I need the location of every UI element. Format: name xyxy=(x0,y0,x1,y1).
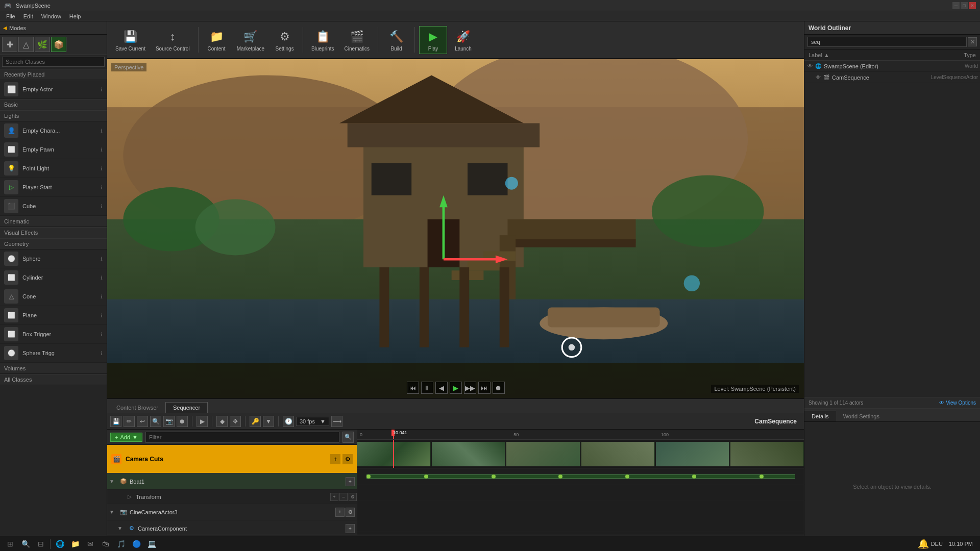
build-button[interactable]: 🔨 Build xyxy=(382,27,410,54)
seq-save-btn[interactable]: 💾 xyxy=(110,416,121,427)
outliner-item-swampscene[interactable]: 👁 🌐 SwampScene (Editor) World xyxy=(804,61,980,72)
camera-cuts-settings-btn[interactable]: ⚙ xyxy=(342,454,353,464)
outliner-view-options[interactable]: 👁 View Options xyxy=(939,400,976,406)
place-item-cylinder[interactable]: ⬜ Cylinder ℹ xyxy=(0,268,107,287)
camsequence-visibility-icon[interactable]: 👁 xyxy=(815,74,822,81)
track-camera-cuts[interactable]: 🎬 Camera Cuts + ⚙ xyxy=(107,445,357,473)
point-light-info[interactable]: ℹ xyxy=(101,166,103,171)
taskbar-edge-icon[interactable]: 🌐 xyxy=(53,537,67,550)
taskbar-mail-icon[interactable]: ✉ xyxy=(83,537,97,550)
kf-dot-boat1-1[interactable] xyxy=(366,474,371,479)
foliage-mode-btn[interactable]: 🌿 xyxy=(35,37,50,52)
seq-options-btn[interactable]: ⟿ xyxy=(331,416,342,427)
vp-ctrl-step-back[interactable]: ◀ xyxy=(435,382,448,394)
taskbar-explorer-icon[interactable]: 📁 xyxy=(68,537,82,550)
kf-dot-boat1-5[interactable] xyxy=(625,474,629,479)
empty-actor-info[interactable]: ℹ xyxy=(101,87,103,92)
place-item-box-trigger[interactable]: ⬜ Box Trigger ℹ xyxy=(0,325,107,344)
seq-clock-btn[interactable]: 🕐 xyxy=(283,416,294,427)
play-button[interactable]: ▶ Play xyxy=(419,26,447,54)
place-item-empty-chara[interactable]: 👤 Empty Chara... ℹ xyxy=(0,121,107,140)
tab-content-browser[interactable]: Content Browser xyxy=(109,402,165,413)
seq-filter-search-btn[interactable]: 🔍 xyxy=(342,432,354,443)
place-item-cone[interactable]: △ Cone ℹ xyxy=(0,287,107,306)
place-item-sphere[interactable]: ⚪ Sphere ℹ xyxy=(0,249,107,268)
source-control-button[interactable]: ↕ Source Control xyxy=(152,27,194,54)
seq-keyframe-btn[interactable]: 🔑 xyxy=(250,416,261,427)
vp-ctrl-skip-end[interactable]: ⏭ xyxy=(478,382,491,394)
seq-undo-btn[interactable]: ↩ xyxy=(137,416,148,427)
taskbar-task-view-btn[interactable]: ⊟ xyxy=(34,537,48,550)
seq-add-button[interactable]: + Add ▼ xyxy=(110,433,142,442)
box-trigger-info[interactable]: ℹ xyxy=(101,332,103,337)
details-tab-details[interactable]: Details xyxy=(804,411,836,421)
maximize-button[interactable]: □ xyxy=(961,2,968,9)
marketplace-button[interactable]: 🛒 Marketplace xyxy=(233,27,268,54)
details-tab-world-settings[interactable]: World Settings xyxy=(836,411,887,421)
camcomp-add-btn[interactable]: + xyxy=(346,524,355,533)
cube-info[interactable]: ℹ xyxy=(101,204,103,209)
minimize-button[interactable]: ─ xyxy=(952,2,960,9)
taskbar-notification-icon[interactable]: 🔔 xyxy=(918,538,929,549)
menu-file[interactable]: File xyxy=(2,12,19,20)
blueprints-button[interactable]: 📋 Blueprints xyxy=(307,27,338,54)
vp-ctrl-record[interactable]: ⏺ xyxy=(493,382,505,394)
seq-filter-input[interactable] xyxy=(145,432,339,443)
boat1-transform-btn1[interactable]: + xyxy=(330,493,338,501)
seq-fps-display[interactable]: 30 fps ▼ xyxy=(296,417,329,426)
save-current-button[interactable]: 💾 Save Current xyxy=(111,27,150,54)
taskbar-store-icon[interactable]: 🛍 xyxy=(99,537,113,550)
sphere-info[interactable]: ℹ xyxy=(101,256,103,262)
camcomp-expand-icon[interactable]: ▼ xyxy=(117,525,126,531)
seq-transform-btn[interactable]: ✥ xyxy=(230,416,241,427)
menu-edit[interactable]: Edit xyxy=(19,12,37,20)
boat1-transform-btn2[interactable]: – xyxy=(339,493,348,501)
cylinder-info[interactable]: ℹ xyxy=(101,275,103,281)
sphere-trigg-info[interactable]: ℹ xyxy=(101,350,103,356)
search-classes-input[interactable] xyxy=(2,57,105,67)
track-boat1[interactable]: ▼ 📦 Boat1 + xyxy=(107,473,357,490)
track-cinecamera3[interactable]: ▼ 📷 CineCameraActor3 + ⚙ xyxy=(107,504,357,520)
place-item-cube[interactable]: ⬛ Cube ℹ xyxy=(0,197,107,216)
seq-search-btn[interactable]: 🔍 xyxy=(150,416,161,427)
place-item-sphere-trigg[interactable]: ⚪ Sphere Trigg ℹ xyxy=(0,344,107,363)
launch-button[interactable]: 🚀 Launch xyxy=(449,27,477,54)
track-boat1-transform[interactable]: ▷ Transform + – ⚙ xyxy=(107,490,357,504)
place-item-empty-pawn[interactable]: ⬜ Empty Pawn ℹ xyxy=(0,140,107,159)
outliner-item-camsequence[interactable]: 👁 🎬 CamSequence LevelSequenceActor xyxy=(804,72,980,83)
track-cameracomponent[interactable]: ▼ ⚙ CameraComponent + xyxy=(107,520,357,535)
vp-ctrl-step-fwd[interactable]: ▶▶ xyxy=(464,382,476,394)
taskbar-code-icon[interactable]: 💻 xyxy=(144,537,159,550)
vp-ctrl-skip-start[interactable]: ⏮ xyxy=(407,382,419,394)
seq-find-btn[interactable]: ✏ xyxy=(124,416,135,427)
seq-snap-btn[interactable]: ◆ xyxy=(216,416,228,427)
place-item-empty-actor[interactable]: ⬜ Empty Actor ℹ xyxy=(0,80,107,99)
outliner-col-label[interactable]: Label ▲ xyxy=(804,52,960,58)
content-button[interactable]: 📁 Content xyxy=(203,27,231,54)
outliner-search-input[interactable] xyxy=(807,37,967,47)
player-start-info[interactable]: ℹ xyxy=(101,185,103,190)
empty-pawn-info[interactable]: ℹ xyxy=(101,147,103,153)
kf-dot-boat1-6[interactable] xyxy=(692,474,696,479)
taskbar-chrome-icon[interactable]: 🔵 xyxy=(129,537,143,550)
cinecam3-add-btn[interactable]: + xyxy=(335,508,345,517)
cinematics-button[interactable]: 🎬 Cinematics xyxy=(340,27,374,54)
place-item-point-light[interactable]: 💡 Point Light ℹ xyxy=(0,159,107,178)
menu-window[interactable]: Window xyxy=(37,12,65,20)
swampscene-visibility-icon[interactable]: 👁 xyxy=(806,63,814,70)
seq-play-btn[interactable]: ▶ xyxy=(197,416,208,427)
kf-dot-boat1-4[interactable] xyxy=(558,474,562,479)
landscape-mode-btn[interactable]: △ xyxy=(18,37,34,52)
empty-chara-info[interactable]: ℹ xyxy=(101,128,103,134)
vp-ctrl-pause[interactable]: ⏸ xyxy=(421,382,433,394)
taskbar-start-btn[interactable]: ⊞ xyxy=(3,537,17,550)
taskbar-search-btn[interactable]: 🔍 xyxy=(18,537,33,550)
viewport[interactable]: Perspective ⏮ ⏸ ◀ ▶ ▶▶ ⏭ ⏺ Level: SwampS… xyxy=(107,59,804,398)
place-item-player-start[interactable]: ▷ Player Start ℹ xyxy=(0,178,107,197)
boat1-add-btn[interactable]: + xyxy=(346,477,355,486)
outliner-search-clear[interactable]: ✕ xyxy=(968,37,977,46)
menu-help[interactable]: Help xyxy=(65,12,85,20)
taskbar-spotify-icon[interactable]: 🎵 xyxy=(114,537,128,550)
kf-dot-boat1-7[interactable] xyxy=(760,474,764,479)
select-mode-btn[interactable]: ✚ xyxy=(2,37,17,52)
